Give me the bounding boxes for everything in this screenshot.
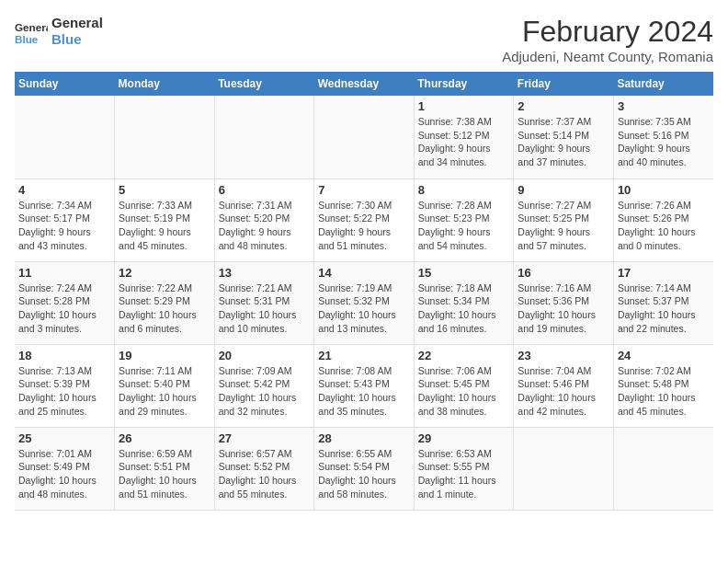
cell-content: Sunrise: 6:53 AMSunset: 5:55 PMDaylight:… xyxy=(418,447,510,501)
day-number: 22 xyxy=(418,349,510,362)
page-title: February 2024 xyxy=(502,15,713,49)
calendar-table: SundayMondayTuesdayWednesdayThursdayFrid… xyxy=(15,72,713,511)
cell-content: Sunrise: 7:19 AMSunset: 5:32 PMDaylight:… xyxy=(318,282,410,336)
day-number: 1 xyxy=(418,99,510,113)
calendar-cell: 5Sunrise: 7:33 AMSunset: 5:19 PMDaylight… xyxy=(115,178,215,261)
day-number: 27 xyxy=(219,431,311,445)
day-number: 4 xyxy=(18,183,110,197)
calendar-cell: 11Sunrise: 7:24 AMSunset: 5:28 PMDayligh… xyxy=(15,261,115,344)
week-row-3: 11Sunrise: 7:24 AMSunset: 5:28 PMDayligh… xyxy=(15,261,713,344)
calendar-cell: 27Sunrise: 6:57 AMSunset: 5:52 PMDayligh… xyxy=(214,427,314,510)
calendar-cell: 28Sunrise: 6:55 AMSunset: 5:54 PMDayligh… xyxy=(314,427,415,510)
calendar-cell: 22Sunrise: 7:06 AMSunset: 5:45 PMDayligh… xyxy=(414,344,514,427)
cell-content: Sunrise: 6:57 AMSunset: 5:52 PMDaylight:… xyxy=(219,447,311,501)
calendar-cell: 14Sunrise: 7:19 AMSunset: 5:32 PMDayligh… xyxy=(314,261,415,344)
title-area: February 2024 Adjudeni, Neamt County, Ro… xyxy=(502,15,713,64)
calendar-cell: 21Sunrise: 7:08 AMSunset: 5:43 PMDayligh… xyxy=(314,344,415,427)
calendar-cell: 16Sunrise: 7:16 AMSunset: 5:36 PMDayligh… xyxy=(514,261,614,344)
day-number: 11 xyxy=(18,266,110,280)
day-number: 5 xyxy=(119,183,210,197)
cell-content: Sunrise: 7:35 AMSunset: 5:16 PMDaylight:… xyxy=(618,115,710,169)
calendar-cell: 23Sunrise: 7:04 AMSunset: 5:46 PMDayligh… xyxy=(514,344,614,427)
cell-content: Sunrise: 7:37 AMSunset: 5:14 PMDaylight:… xyxy=(518,115,609,169)
calendar-cell: 26Sunrise: 6:59 AMSunset: 5:51 PMDayligh… xyxy=(115,427,215,510)
cell-content: Sunrise: 7:13 AMSunset: 5:39 PMDaylight:… xyxy=(18,364,110,419)
cell-content: Sunrise: 6:55 AMSunset: 5:54 PMDaylight:… xyxy=(318,447,410,501)
cell-content: Sunrise: 7:22 AMSunset: 5:29 PMDaylight:… xyxy=(119,282,210,336)
week-row-4: 18Sunrise: 7:13 AMSunset: 5:39 PMDayligh… xyxy=(15,344,713,427)
calendar-cell: 24Sunrise: 7:02 AMSunset: 5:48 PMDayligh… xyxy=(613,344,713,427)
day-number: 19 xyxy=(119,349,210,362)
cell-content: Sunrise: 7:38 AMSunset: 5:12 PMDaylight:… xyxy=(418,115,510,169)
calendar-cell: 8Sunrise: 7:28 AMSunset: 5:23 PMDaylight… xyxy=(414,178,514,261)
calendar-cell: 25Sunrise: 7:01 AMSunset: 5:49 PMDayligh… xyxy=(15,427,115,510)
weekday-header-sunday: Sunday xyxy=(15,72,115,96)
calendar-cell xyxy=(115,96,215,178)
weekday-header-wednesday: Wednesday xyxy=(314,72,415,96)
calendar-cell: 17Sunrise: 7:14 AMSunset: 5:37 PMDayligh… xyxy=(613,261,713,344)
day-number: 9 xyxy=(518,183,609,197)
cell-content: Sunrise: 7:28 AMSunset: 5:23 PMDaylight:… xyxy=(418,199,510,253)
header: General Blue General Blue February 2024 … xyxy=(15,15,713,64)
calendar-cell: 29Sunrise: 6:53 AMSunset: 5:55 PMDayligh… xyxy=(414,427,514,510)
logo: General Blue General Blue xyxy=(15,15,103,48)
cell-content: Sunrise: 7:11 AMSunset: 5:40 PMDaylight:… xyxy=(119,364,210,419)
day-number: 15 xyxy=(418,266,510,280)
cell-content: Sunrise: 7:02 AMSunset: 5:48 PMDaylight:… xyxy=(618,364,710,419)
cell-content: Sunrise: 7:14 AMSunset: 5:37 PMDaylight:… xyxy=(618,282,710,336)
svg-text:Blue: Blue xyxy=(15,33,39,45)
calendar-cell: 19Sunrise: 7:11 AMSunset: 5:40 PMDayligh… xyxy=(115,344,215,427)
calendar-cell: 18Sunrise: 7:13 AMSunset: 5:39 PMDayligh… xyxy=(15,344,115,427)
cell-content: Sunrise: 7:09 AMSunset: 5:42 PMDaylight:… xyxy=(219,364,311,419)
cell-content: Sunrise: 7:21 AMSunset: 5:31 PMDaylight:… xyxy=(219,282,311,336)
logo-text-blue: Blue xyxy=(51,31,103,48)
calendar-cell xyxy=(514,427,614,510)
cell-content: Sunrise: 7:24 AMSunset: 5:28 PMDaylight:… xyxy=(18,282,110,336)
day-number: 23 xyxy=(518,349,609,362)
cell-content: Sunrise: 7:33 AMSunset: 5:19 PMDaylight:… xyxy=(119,199,210,253)
cell-content: Sunrise: 7:06 AMSunset: 5:45 PMDaylight:… xyxy=(418,364,510,419)
day-number: 7 xyxy=(318,183,410,197)
calendar-cell: 13Sunrise: 7:21 AMSunset: 5:31 PMDayligh… xyxy=(214,261,314,344)
cell-content: Sunrise: 7:04 AMSunset: 5:46 PMDaylight:… xyxy=(518,364,609,419)
week-row-2: 4Sunrise: 7:34 AMSunset: 5:17 PMDaylight… xyxy=(15,178,713,261)
calendar-cell xyxy=(613,427,713,510)
day-number: 24 xyxy=(618,349,710,362)
day-number: 25 xyxy=(18,431,110,445)
calendar-cell: 3Sunrise: 7:35 AMSunset: 5:16 PMDaylight… xyxy=(613,96,713,178)
calendar-cell xyxy=(15,96,115,178)
cell-content: Sunrise: 7:18 AMSunset: 5:34 PMDaylight:… xyxy=(418,282,510,336)
calendar-cell: 6Sunrise: 7:31 AMSunset: 5:20 PMDaylight… xyxy=(214,178,314,261)
cell-content: Sunrise: 7:01 AMSunset: 5:49 PMDaylight:… xyxy=(18,447,110,501)
calendar-cell: 2Sunrise: 7:37 AMSunset: 5:14 PMDaylight… xyxy=(514,96,614,178)
day-number: 13 xyxy=(219,266,311,280)
calendar-cell xyxy=(214,96,314,178)
day-number: 20 xyxy=(219,349,311,362)
weekday-header-thursday: Thursday xyxy=(414,72,514,96)
logo-bird-icon: General Blue xyxy=(15,15,48,48)
calendar-cell xyxy=(314,96,415,178)
calendar-cell: 20Sunrise: 7:09 AMSunset: 5:42 PMDayligh… xyxy=(214,344,314,427)
day-number: 16 xyxy=(518,266,609,280)
weekday-header-saturday: Saturday xyxy=(613,72,713,96)
day-number: 26 xyxy=(119,431,210,445)
calendar-cell: 10Sunrise: 7:26 AMSunset: 5:26 PMDayligh… xyxy=(613,178,713,261)
calendar-cell: 12Sunrise: 7:22 AMSunset: 5:29 PMDayligh… xyxy=(115,261,215,344)
cell-content: Sunrise: 7:30 AMSunset: 5:22 PMDaylight:… xyxy=(318,199,410,253)
day-number: 17 xyxy=(618,266,710,280)
calendar-cell: 15Sunrise: 7:18 AMSunset: 5:34 PMDayligh… xyxy=(414,261,514,344)
day-number: 10 xyxy=(618,183,710,197)
weekday-header-row: SundayMondayTuesdayWednesdayThursdayFrid… xyxy=(15,72,713,96)
day-number: 29 xyxy=(418,431,510,445)
cell-content: Sunrise: 7:26 AMSunset: 5:26 PMDaylight:… xyxy=(618,199,710,253)
day-number: 12 xyxy=(119,266,210,280)
cell-content: Sunrise: 7:16 AMSunset: 5:36 PMDaylight:… xyxy=(518,282,609,336)
cell-content: Sunrise: 7:27 AMSunset: 5:25 PMDaylight:… xyxy=(518,199,609,253)
calendar-cell: 1Sunrise: 7:38 AMSunset: 5:12 PMDaylight… xyxy=(414,96,514,178)
day-number: 6 xyxy=(219,183,311,197)
day-number: 3 xyxy=(618,99,710,113)
day-number: 28 xyxy=(318,431,410,445)
cell-content: Sunrise: 7:08 AMSunset: 5:43 PMDaylight:… xyxy=(318,364,410,419)
cell-content: Sunrise: 6:59 AMSunset: 5:51 PMDaylight:… xyxy=(119,447,210,501)
logo-text-general: General xyxy=(51,15,103,31)
